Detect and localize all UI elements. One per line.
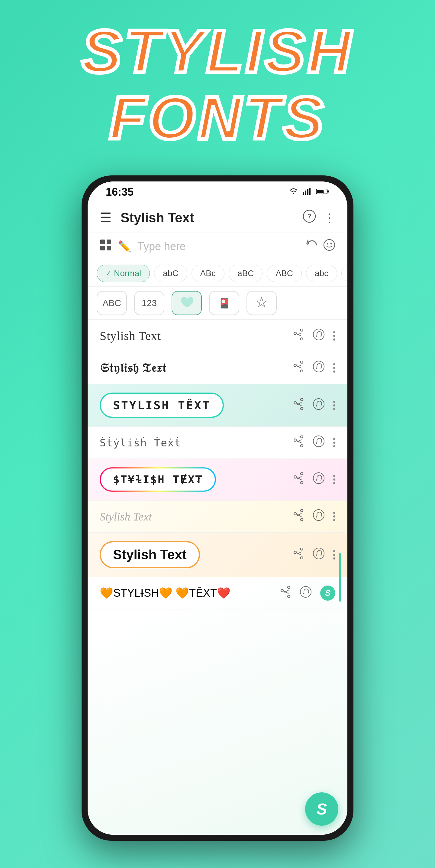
font-text-0: Stylish Text (100, 329, 287, 343)
icon-tab-star-label (256, 296, 268, 310)
search-right-icons (306, 239, 335, 254)
hero-line1: STYLISH (81, 18, 354, 85)
status-bar: 16:35 (88, 182, 347, 203)
font-row-4: $T¥ɫI$H TɆX₮ (88, 459, 347, 500)
font-display-7: 🧡STYLƗSH🧡 🧡TÊXT❤️ (100, 587, 231, 599)
font-actions-6 (293, 548, 335, 562)
filter-tab-abc3-label: aBC (237, 269, 254, 278)
font-actions-0 (293, 329, 335, 343)
svg-point-16 (313, 329, 324, 340)
font-actions-5 (293, 509, 335, 524)
filter-row-2: ABC 123 🎴 (88, 287, 347, 320)
share-icon-7[interactable] (280, 586, 291, 600)
whatsapp-icon-2[interactable] (313, 398, 325, 413)
dots-icon-0[interactable] (333, 331, 335, 341)
emoji-icon[interactable] (323, 239, 335, 254)
icon-tab-123-label: 123 (142, 298, 157, 308)
font-text-1: 𝔖𝔱𝔶𝔩𝔦𝔰𝔥 𝔗𝔢𝔵𝔱 (100, 361, 287, 375)
icon-tab-star[interactable] (246, 291, 277, 315)
svg-rect-2 (307, 189, 308, 195)
check-icon: ✓ (105, 269, 111, 278)
filter-tab-abc2-label: ABc (200, 269, 216, 278)
font-text-3: Ṡṫẏliṡḣ Ṫeẋṫ (100, 437, 287, 449)
icon-tab-123[interactable]: 123 (134, 291, 164, 315)
phone-screen: 16:35 (88, 182, 347, 835)
font-display-4: $T¥ɫI$H TɆX₮ (100, 467, 216, 492)
share-icon-5[interactable] (293, 509, 304, 524)
whatsapp-icon-6[interactable] (313, 548, 325, 562)
filter-tab-normal[interactable]: ✓ Normal (97, 265, 150, 282)
pencil-icon[interactable]: ✏️ (118, 240, 131, 253)
font-row-7: 🧡STYLƗSH🧡 🧡TÊXT❤️ (88, 577, 347, 610)
whatsapp-icon-4[interactable] (313, 472, 325, 487)
svg-point-13 (324, 240, 335, 250)
svg-point-17 (313, 361, 324, 372)
more-icon[interactable]: ⋮ (323, 211, 335, 225)
svg-rect-9 (100, 240, 105, 244)
share-icon-1[interactable] (293, 361, 304, 375)
fab-button[interactable]: S (305, 793, 338, 826)
svg-point-18 (313, 399, 324, 409)
font-actions-4 (293, 472, 335, 487)
repeat-icon[interactable] (306, 239, 318, 253)
app-title: Stylish Text (121, 210, 294, 225)
search-bar: ✏️ Type here (88, 233, 347, 260)
dots-icon-4[interactable] (333, 475, 335, 484)
filter-tab-normal-label: Normal (114, 269, 141, 278)
whatsapp-icon-1[interactable] (313, 361, 325, 375)
font-text-7: 🧡STYLƗSH🧡 🧡TÊXT❤️ (100, 587, 274, 599)
share-icon-3[interactable] (293, 435, 304, 450)
svg-rect-3 (309, 188, 310, 195)
svg-point-22 (313, 548, 324, 559)
whatsapp-icon-5[interactable] (313, 509, 325, 524)
whatsapp-icon-7[interactable] (300, 586, 312, 601)
svg-point-15 (331, 243, 332, 245)
dots-icon-3[interactable] (333, 438, 335, 447)
dots-icon-5[interactable] (333, 512, 335, 521)
wifi-icon (289, 187, 298, 197)
filter-tab-abc3[interactable]: aBC (229, 265, 263, 282)
share-icon-0[interactable] (293, 329, 304, 343)
svg-rect-12 (107, 246, 111, 250)
filter-tab-abc4[interactable]: ABC (267, 265, 302, 282)
font-display-1: 𝔖𝔱𝔶𝔩𝔦𝔰𝔥 𝔗𝔢𝔵𝔱 (100, 361, 166, 375)
content-list: Stylish Text (88, 320, 347, 835)
font-row-2: STYLISH TÊXT (88, 384, 347, 427)
svg-rect-1 (305, 190, 306, 195)
font-display-2: STYLISH TÊXT (100, 393, 224, 418)
help-icon[interactable]: ? (303, 210, 316, 226)
svg-point-19 (313, 436, 324, 447)
share-icon-6[interactable] (293, 548, 304, 562)
svg-point-14 (327, 243, 328, 245)
icon-tab-card[interactable]: 🎴 (209, 291, 239, 315)
grid-icon[interactable] (100, 239, 112, 254)
icon-tab-abc[interactable]: ABC (97, 291, 127, 315)
menu-icon[interactable]: ☰ (100, 211, 111, 224)
font-display-0: Stylish Text (100, 329, 161, 343)
share-icon-2[interactable] (293, 398, 304, 412)
search-input[interactable]: Type here (137, 240, 300, 253)
font-actions-1 (293, 361, 335, 375)
battery-icon (316, 187, 329, 197)
font-display-5: Stylish Text (100, 510, 152, 523)
filter-tab-abc1[interactable]: abC (154, 265, 187, 282)
dots-icon-1[interactable] (333, 363, 335, 373)
whatsapp-icon-3[interactable] (313, 435, 325, 450)
dots-icon-7[interactable]: S (320, 586, 335, 601)
font-text-6: Stylish Text (100, 541, 287, 568)
svg-point-23 (300, 586, 311, 597)
status-icons (289, 187, 329, 197)
filter-tab-abc5[interactable]: abc (306, 265, 337, 282)
svg-rect-0 (303, 192, 304, 195)
svg-point-21 (313, 509, 324, 521)
dots-icon-2[interactable] (333, 401, 335, 410)
filter-tab-abc2[interactable]: ABc (192, 265, 225, 282)
whatsapp-icon-0[interactable] (313, 329, 325, 343)
dots-icon-6[interactable] (333, 550, 335, 559)
font-row-1: 𝔖𝔱𝔶𝔩𝔦𝔰𝔥 𝔗𝔢𝔵𝔱 (88, 352, 347, 384)
icon-tab-heart[interactable] (172, 291, 202, 315)
share-icon-4[interactable] (293, 472, 304, 487)
status-time: 16:35 (106, 186, 134, 198)
app-bar: ☰ Stylish Text ? ⋮ (88, 203, 347, 233)
filter-tab-abc6[interactable]: Abc (341, 265, 347, 282)
